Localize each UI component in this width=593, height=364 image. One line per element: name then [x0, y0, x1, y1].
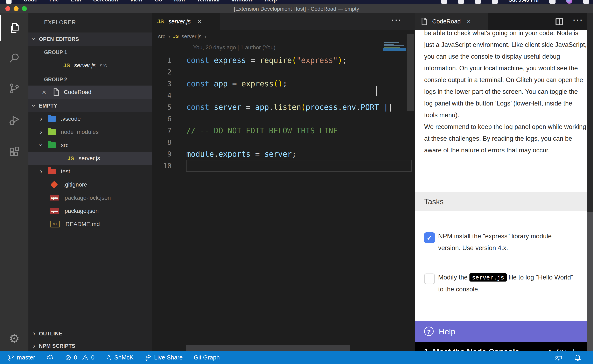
code-token: ; — [283, 79, 287, 88]
menubar-status-icon[interactable] — [475, 0, 481, 4]
feedback-status[interactable] — [554, 354, 563, 362]
chevron-right-icon: › — [40, 115, 42, 122]
tree-item-serverjs[interactable]: JS server.js — [28, 152, 152, 165]
tree-item-package-lock[interactable]: npm package-lock.json — [28, 191, 152, 204]
help-button[interactable]: ? Help — [415, 321, 587, 342]
close-tab-icon[interactable]: × — [198, 18, 201, 25]
breadcrumb-symbol[interactable]: ... — [209, 33, 214, 40]
open-editors-header[interactable]: › OPEN EDITORS — [28, 32, 152, 46]
tree-item-package-json[interactable]: npm package.json — [28, 204, 152, 218]
notifications-status[interactable] — [574, 354, 581, 361]
code-line[interactable]: 1const express = require("express"); — [152, 54, 415, 66]
open-editor-serverjs[interactable]: JS server.js src — [28, 59, 152, 72]
code-line[interactable]: 2 — [152, 66, 415, 78]
file-icon — [53, 88, 59, 96]
close-tab-icon[interactable]: × — [467, 18, 471, 25]
menu-run[interactable]: Run — [174, 0, 185, 4]
menu-edit[interactable]: Edit — [71, 0, 81, 4]
live-share-label: Live Share — [154, 354, 183, 361]
run-debug-icon[interactable] — [0, 105, 28, 135]
editor-actions-icon[interactable]: ··· — [573, 16, 584, 25]
menu-view[interactable]: View — [130, 0, 142, 4]
breadcrumb-src[interactable]: src — [158, 33, 165, 40]
scrollbar-thumb[interactable] — [407, 34, 414, 111]
lesson-footer[interactable]: 1. Meet the Node Console 1 of 2 tasks — [415, 342, 587, 351]
close-icon[interactable]: × — [42, 89, 46, 96]
breadcrumb-file[interactable]: server.js — [182, 33, 202, 40]
code-line[interactable]: 3const app = express(); — [152, 78, 415, 90]
tree-item-src[interactable]: › src — [28, 139, 152, 152]
menu-window[interactable]: Window — [232, 0, 253, 4]
menu-code[interactable]: Code — [23, 0, 38, 4]
folder-section-label: EMPTY — [39, 103, 57, 109]
explorer-icon[interactable] — [0, 13, 28, 43]
tree-item-node-modules[interactable]: › node_modules — [28, 125, 152, 139]
git-graph-label: Git Graph — [194, 354, 220, 361]
code-line[interactable]: 5const server = app.listen(process.env.P… — [152, 101, 415, 113]
code-line[interactable]: 7// -- DO NOT EDIT BELOW THIS LINE — [152, 125, 415, 136]
tree-item-test[interactable]: › test — [28, 165, 152, 178]
menu-selection[interactable]: Selection — [93, 0, 118, 4]
sync-status[interactable] — [46, 354, 54, 361]
editor-actions-icon[interactable]: ··· — [392, 16, 402, 25]
code-line[interactable]: 6 — [152, 113, 415, 125]
split-editor-icon[interactable] — [555, 17, 564, 27]
code-token: exports — [219, 150, 255, 159]
code-line[interactable]: 8 — [152, 136, 415, 148]
extensions-icon[interactable] — [0, 137, 28, 167]
tree-item-gitignore[interactable]: .gitignore — [28, 178, 152, 191]
tree-item-readme[interactable]: M↓ README.md — [28, 218, 152, 231]
code-token: express — [241, 79, 273, 88]
menu-go[interactable]: Go — [154, 0, 162, 4]
menubar-clock[interactable]: Sat 9:43 PM — [509, 0, 539, 4]
tab-serverjs[interactable]: JS server.js × — [152, 13, 220, 30]
js-file-icon: JS — [67, 155, 74, 162]
code-line[interactable]: 9module.exports = server; — [152, 148, 415, 160]
menu-help[interactable]: Help — [265, 0, 277, 4]
editor-group-2: CodeRoad × ··· be able to check what's g… — [415, 13, 593, 351]
npm-scripts-section-header[interactable]: › NPM SCRIPTS — [28, 340, 152, 351]
line-number: 1 — [152, 54, 172, 66]
menu-terminal[interactable]: Terminal — [197, 0, 220, 4]
checkbox-unchecked[interactable] — [424, 273, 435, 284]
source-control-icon[interactable] — [0, 74, 28, 103]
code-token: module — [186, 150, 214, 159]
live-share-status[interactable]: Live Share — [145, 354, 183, 361]
warning-icon — [82, 354, 89, 361]
git-icon — [50, 181, 58, 188]
apple-menu-icon[interactable] — [6, 0, 12, 4]
minimap[interactable] — [383, 30, 406, 145]
line-number: 2 — [152, 66, 172, 78]
scrollbar-thumb[interactable] — [587, 212, 593, 351]
line-number: 5 — [152, 101, 172, 113]
search-icon[interactable] — [0, 43, 28, 73]
git-branch-status[interactable]: master — [7, 354, 35, 361]
horizontal-scrollbar-thumb[interactable] — [186, 345, 350, 351]
git-graph-status[interactable]: Git Graph — [194, 354, 220, 361]
notification-center-icon[interactable] — [583, 0, 589, 4]
menubar-status-icon[interactable] — [492, 0, 498, 4]
open-editor-coderoad[interactable]: × CodeRoad — [28, 85, 152, 99]
breadcrumb[interactable]: src › JS server.js › ... — [158, 31, 214, 42]
tab-coderoad[interactable]: CodeRoad × — [415, 13, 488, 30]
outline-section-header[interactable]: › OUTLINE — [28, 327, 152, 340]
code-line[interactable]: 10 — [152, 160, 415, 172]
tree-item-vscode[interactable]: › .vscode — [28, 112, 152, 125]
chevron-right-icon: › — [40, 128, 42, 135]
folder-section-header[interactable]: › EMPTY — [28, 99, 152, 112]
vertical-scrollbar[interactable] — [406, 13, 415, 351]
checkbox-checked[interactable]: ✓ — [424, 232, 435, 243]
chevron-right-icon: › — [33, 342, 35, 349]
tree-item-label: README.md — [66, 221, 100, 228]
menu-file[interactable]: File — [49, 0, 59, 4]
settings-gear-icon[interactable]: ⚙ — [0, 331, 28, 346]
live-share-user-status[interactable]: ShMcK — [106, 354, 133, 361]
problems-status[interactable]: 0 0 — [65, 354, 94, 361]
chevron-down-icon: › — [38, 144, 45, 146]
webview-scrollbar[interactable] — [587, 13, 593, 351]
siri-icon[interactable] — [566, 0, 573, 4]
menubar-status-icon[interactable] — [458, 0, 464, 4]
code-line[interactable]: 4 — [152, 90, 415, 101]
menubar-status-icon[interactable] — [441, 0, 447, 4]
spotlight-icon[interactable] — [549, 0, 555, 4]
